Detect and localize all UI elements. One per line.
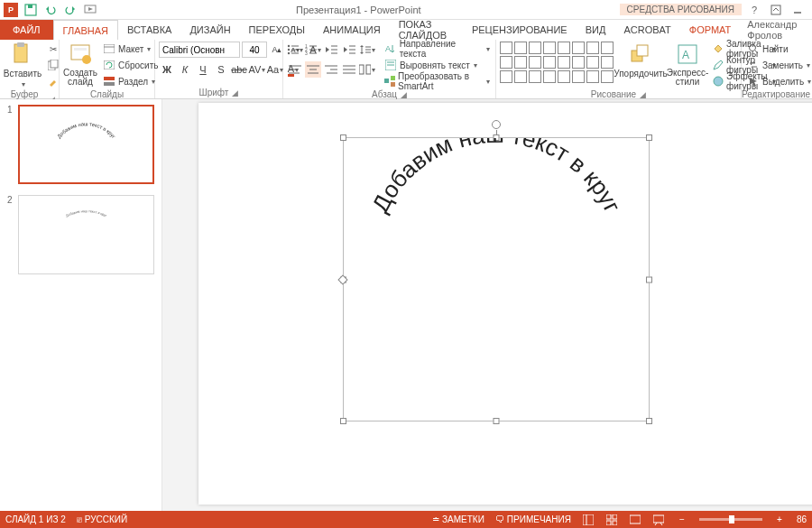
shadow-button[interactable]: S — [213, 61, 229, 78]
justify-button[interactable] — [341, 61, 357, 78]
change-case-button[interactable]: Aa▾ — [267, 61, 283, 78]
align-right-button[interactable] — [323, 61, 339, 78]
help-icon[interactable]: ? — [745, 3, 763, 17]
sorter-view-icon[interactable] — [605, 514, 618, 526]
redo-icon[interactable] — [63, 3, 78, 17]
svg-rect-76 — [630, 515, 641, 523]
replace-icon — [747, 59, 760, 71]
svg-point-17 — [288, 45, 290, 47]
layout-button[interactable]: Макет▾ — [101, 42, 160, 56]
zoom-in-button[interactable]: + — [773, 514, 786, 526]
slideshow-icon[interactable] — [83, 3, 97, 17]
bold-button[interactable]: Ж — [159, 61, 175, 78]
tab-acrobat[interactable]: ACROBAT — [614, 20, 679, 40]
thumbnail-1[interactable]: 1 Добавим наш текст в круг — [7, 105, 154, 184]
comments-button[interactable]: 🗨ПРИМЕЧАНИЯ — [495, 514, 571, 524]
new-slide-button[interactable]: Создать слайд — [63, 42, 97, 87]
tab-transitions[interactable]: ПЕРЕХОДЫ — [240, 20, 314, 40]
strike-button[interactable]: abc — [231, 61, 247, 78]
quick-styles-button[interactable]: A Экспресс- стили — [668, 42, 707, 87]
language-button[interactable]: ⎚РУССКИЙ — [77, 514, 127, 524]
thumbnail-slide[interactable]: Добавим наш текст в круг — [18, 195, 154, 274]
dialog-launcher-icon[interactable]: ◢ — [401, 90, 407, 99]
slide[interactable]: Добавим наш текст в круг — [198, 103, 812, 505]
notes-button[interactable]: ≐ЗАМЕТКИ — [432, 514, 484, 524]
svg-rect-72 — [606, 514, 611, 519]
thumbnail-2[interactable]: 2 Добавим наш текст в круг — [7, 195, 154, 274]
svg-rect-16 — [104, 82, 115, 86]
slide-thumbnails-pane[interactable]: 1 Добавим наш текст в круг 2 Добавим наш… — [0, 99, 162, 511]
tab-design[interactable]: ДИЗАЙН — [180, 20, 239, 40]
svg-rect-77 — [653, 515, 664, 523]
dialog-launcher-icon[interactable]: ◢ — [640, 90, 646, 99]
smartart-button[interactable]: Преобразовать в SmartArt▾ — [383, 74, 492, 88]
normal-view-icon[interactable] — [582, 514, 595, 526]
rotate-handle[interactable] — [492, 120, 501, 129]
scissors-icon: ✂ — [47, 42, 60, 55]
underline-button[interactable]: Ч — [195, 61, 211, 78]
section-button[interactable]: Раздел▾ — [101, 74, 160, 88]
undo-icon[interactable] — [43, 3, 58, 17]
increase-indent-button[interactable] — [341, 42, 357, 58]
zoom-value[interactable]: 86 — [797, 514, 807, 524]
tab-home[interactable]: ГЛАВНАЯ — [53, 20, 118, 40]
app-icon: P — [4, 3, 18, 17]
slide-canvas-area[interactable]: Добавим наш текст в круг — [162, 99, 812, 511]
text-direction-button[interactable]: AНаправление текста▾ — [383, 42, 492, 56]
dialog-launcher-icon[interactable]: ◢ — [232, 88, 238, 97]
font-size-input[interactable] — [242, 42, 267, 58]
find-button[interactable]: Найти — [745, 42, 812, 56]
svg-text:3: 3 — [305, 51, 308, 55]
zoom-slider-thumb[interactable] — [729, 515, 734, 523]
thumbnail-slide[interactable]: Добавим наш текст в круг — [18, 105, 154, 184]
group-font: A▴ A▾ A Ж К Ч S abc AV▾ Aa▾ A▾ Шрифт◢ — [155, 40, 283, 98]
tab-insert[interactable]: ВСТАВКА — [118, 20, 180, 40]
svg-point-21 — [288, 52, 290, 54]
selected-textbox[interactable]: Добавим наш текст в круг — [343, 137, 650, 421]
svg-rect-74 — [606, 521, 611, 525]
svg-rect-70 — [583, 514, 594, 525]
tab-file[interactable]: ФАЙЛ — [0, 20, 53, 40]
slide-count[interactable]: СЛАЙД 1 ИЗ 2 — [5, 514, 66, 524]
zoom-out-button[interactable]: − — [676, 514, 688, 526]
find-icon — [747, 42, 760, 55]
tab-review[interactable]: РЕЦЕНЗИРОВАНИЕ — [463, 20, 577, 40]
ribbon: Вставить ▾ ✂ Буфер обмена◢ Создать слайд… — [0, 40, 812, 99]
user-name[interactable]: Александр Фролов — [740, 20, 812, 40]
arrange-button[interactable]: Упорядочить — [617, 42, 664, 79]
tab-view[interactable]: ВИД — [577, 20, 615, 40]
minimize-icon[interactable] — [789, 3, 807, 17]
paste-button[interactable]: Вставить ▾ — [4, 42, 42, 88]
align-left-button[interactable] — [287, 61, 303, 78]
shapes-gallery[interactable] — [500, 42, 614, 83]
svg-rect-12 — [104, 44, 115, 53]
replace-button[interactable]: Заменить▾ — [745, 58, 812, 72]
align-text-button[interactable]: Выровнять текст▾ — [383, 58, 492, 72]
select-button[interactable]: Выделить▾ — [745, 74, 812, 88]
spacing-button[interactable]: AV▾ — [249, 61, 265, 78]
svg-rect-57 — [384, 79, 389, 83]
group-slides: Создать слайд Макет▾ Сбросить Раздел▾ Сл… — [60, 40, 155, 98]
font-name-input[interactable] — [159, 42, 240, 58]
line-spacing-button[interactable]: ▾ — [359, 42, 375, 58]
svg-rect-6 — [17, 42, 24, 47]
ribbon-options-icon[interactable] — [767, 3, 785, 17]
tab-slideshow[interactable]: ПОКАЗ СЛАЙДОВ — [390, 20, 463, 40]
svg-point-11 — [82, 55, 91, 64]
ribbon-tabs: ФАЙЛ ГЛАВНАЯ ВСТАВКА ДИЗАЙН ПЕРЕХОДЫ АНИ… — [0, 20, 812, 40]
svg-rect-61 — [637, 45, 648, 56]
bullets-button[interactable]: ▾ — [287, 42, 303, 58]
italic-button[interactable]: К — [177, 61, 193, 78]
tab-animations[interactable]: АНИМАЦИЯ — [314, 20, 390, 40]
slideshow-view-icon[interactable] — [652, 514, 665, 526]
columns-button[interactable]: ▾ — [359, 61, 375, 78]
align-center-button[interactable] — [305, 61, 321, 78]
tab-format[interactable]: ФОРМАТ — [680, 20, 741, 40]
zoom-slider[interactable] — [699, 518, 762, 521]
reset-button[interactable]: Сбросить — [101, 58, 160, 72]
save-icon[interactable] — [23, 3, 38, 17]
svg-rect-8 — [51, 60, 58, 68]
numbering-button[interactable]: 123▾ — [305, 42, 321, 58]
reading-view-icon[interactable] — [629, 514, 641, 526]
decrease-indent-button[interactable] — [323, 42, 339, 58]
